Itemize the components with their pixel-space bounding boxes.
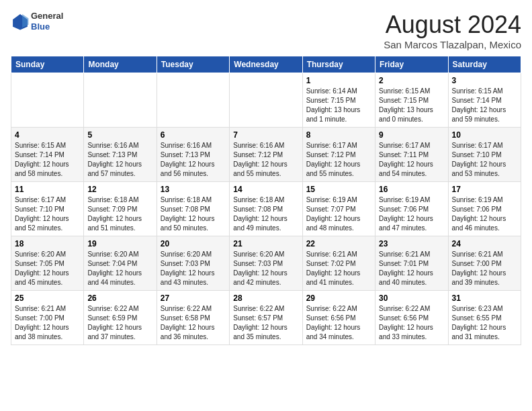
- day-number: 25: [15, 293, 80, 303]
- day-number: 9: [379, 130, 444, 140]
- svg-marker-1: [22, 14, 28, 28]
- calendar-cell: 12Sunrise: 6:18 AMSunset: 7:09 PMDayligh…: [84, 182, 157, 236]
- calendar-cell: 16Sunrise: 6:19 AMSunset: 7:06 PMDayligh…: [375, 182, 448, 236]
- weekday-header-saturday: Saturday: [448, 56, 521, 73]
- day-info: Sunrise: 6:23 AMSunset: 6:55 PMDaylight:…: [452, 304, 517, 342]
- day-info: Sunrise: 6:18 AMSunset: 7:09 PMDaylight:…: [87, 195, 152, 233]
- day-number: 16: [379, 185, 444, 194]
- day-number: 7: [233, 130, 298, 140]
- day-number: 27: [161, 293, 226, 303]
- calendar-cell: 21Sunrise: 6:20 AMSunset: 7:03 PMDayligh…: [230, 236, 302, 291]
- day-number: 19: [87, 239, 152, 248]
- calendar-cell: 13Sunrise: 6:18 AMSunset: 7:08 PMDayligh…: [157, 182, 229, 236]
- day-number: 11: [15, 185, 80, 194]
- day-info: Sunrise: 6:20 AMSunset: 7:05 PMDaylight:…: [15, 250, 80, 287]
- calendar-cell: 22Sunrise: 6:21 AMSunset: 7:02 PMDayligh…: [302, 236, 375, 291]
- day-info: Sunrise: 6:20 AMSunset: 7:03 PMDaylight:…: [161, 250, 226, 287]
- day-number: 6: [161, 130, 226, 140]
- calendar-cell: 7Sunrise: 6:16 AMSunset: 7:12 PMDaylight…: [230, 128, 302, 182]
- day-info: Sunrise: 6:17 AMSunset: 7:11 PMDaylight:…: [379, 141, 444, 179]
- day-info: Sunrise: 6:15 AMSunset: 7:14 PMDaylight:…: [15, 141, 80, 179]
- calendar-cell: 23Sunrise: 6:21 AMSunset: 7:01 PMDayligh…: [375, 236, 448, 291]
- day-number: 18: [15, 239, 80, 248]
- day-number: 31: [452, 293, 517, 303]
- day-info: Sunrise: 6:22 AMSunset: 6:57 PMDaylight:…: [233, 304, 298, 342]
- calendar-cell: 25Sunrise: 6:21 AMSunset: 7:00 PMDayligh…: [11, 291, 84, 345]
- logo: General Blue: [11, 11, 63, 32]
- day-number: 14: [233, 185, 298, 194]
- day-number: 23: [379, 239, 444, 248]
- calendar-cell: 28Sunrise: 6:22 AMSunset: 6:57 PMDayligh…: [230, 291, 302, 345]
- weekday-header-thursday: Thursday: [302, 56, 375, 73]
- logo-icon: [11, 12, 30, 31]
- day-info: Sunrise: 6:20 AMSunset: 7:04 PMDaylight:…: [87, 250, 152, 287]
- day-info: Sunrise: 6:18 AMSunset: 7:08 PMDaylight:…: [161, 195, 226, 233]
- day-number: 30: [379, 293, 444, 303]
- day-info: Sunrise: 6:21 AMSunset: 7:02 PMDaylight:…: [306, 250, 371, 287]
- calendar-table: SundayMondayTuesdayWednesdayThursdayFrid…: [11, 56, 521, 345]
- calendar-cell: 4Sunrise: 6:15 AMSunset: 7:14 PMDaylight…: [11, 128, 84, 182]
- day-number: 12: [87, 185, 152, 194]
- calendar-cell: 9Sunrise: 6:17 AMSunset: 7:11 PMDaylight…: [375, 128, 448, 182]
- calendar-cell: 8Sunrise: 6:17 AMSunset: 7:12 PMDaylight…: [302, 128, 375, 182]
- day-number: 1: [306, 76, 371, 85]
- day-number: 17: [452, 185, 517, 194]
- calendar-week-2: 4Sunrise: 6:15 AMSunset: 7:14 PMDaylight…: [11, 128, 521, 182]
- calendar-cell: 26Sunrise: 6:22 AMSunset: 6:59 PMDayligh…: [84, 291, 157, 345]
- calendar-cell: 17Sunrise: 6:19 AMSunset: 7:06 PMDayligh…: [448, 182, 521, 236]
- calendar-cell: 14Sunrise: 6:18 AMSunset: 7:08 PMDayligh…: [230, 182, 302, 236]
- weekday-row: SundayMondayTuesdayWednesdayThursdayFrid…: [11, 56, 521, 73]
- day-info: Sunrise: 6:21 AMSunset: 7:00 PMDaylight:…: [15, 304, 80, 342]
- day-info: Sunrise: 6:17 AMSunset: 7:10 PMDaylight:…: [15, 195, 80, 233]
- day-info: Sunrise: 6:16 AMSunset: 7:12 PMDaylight:…: [233, 141, 298, 179]
- day-info: Sunrise: 6:16 AMSunset: 7:13 PMDaylight:…: [161, 141, 226, 179]
- weekday-header-wednesday: Wednesday: [230, 56, 302, 73]
- calendar-header: SundayMondayTuesdayWednesdayThursdayFrid…: [11, 56, 521, 73]
- calendar-cell: [84, 73, 157, 128]
- calendar-cell: 10Sunrise: 6:17 AMSunset: 7:10 PMDayligh…: [448, 128, 521, 182]
- calendar-cell: 30Sunrise: 6:22 AMSunset: 6:56 PMDayligh…: [375, 291, 448, 345]
- calendar-cell: [157, 73, 229, 128]
- calendar-cell: 3Sunrise: 6:15 AMSunset: 7:14 PMDaylight…: [448, 73, 521, 128]
- day-number: 8: [306, 130, 371, 140]
- page-header: General Blue August 2024 San Marcos Tlaz…: [11, 11, 521, 50]
- day-number: 13: [161, 185, 226, 194]
- day-number: 24: [452, 239, 517, 248]
- calendar-cell: 31Sunrise: 6:23 AMSunset: 6:55 PMDayligh…: [448, 291, 521, 345]
- calendar-week-4: 18Sunrise: 6:20 AMSunset: 7:05 PMDayligh…: [11, 236, 521, 291]
- day-info: Sunrise: 6:22 AMSunset: 6:56 PMDaylight:…: [379, 304, 444, 342]
- calendar-cell: 2Sunrise: 6:15 AMSunset: 7:15 PMDaylight…: [375, 73, 448, 128]
- day-info: Sunrise: 6:22 AMSunset: 6:58 PMDaylight:…: [161, 304, 226, 342]
- calendar-cell: 5Sunrise: 6:16 AMSunset: 7:13 PMDaylight…: [84, 128, 157, 182]
- calendar-week-5: 25Sunrise: 6:21 AMSunset: 7:00 PMDayligh…: [11, 291, 521, 345]
- calendar-week-3: 11Sunrise: 6:17 AMSunset: 7:10 PMDayligh…: [11, 182, 521, 236]
- subtitle: San Marcos Tlazalpan, Mexico: [384, 39, 521, 50]
- day-number: 22: [306, 239, 371, 248]
- day-info: Sunrise: 6:21 AMSunset: 7:01 PMDaylight:…: [379, 250, 444, 287]
- weekday-header-monday: Monday: [84, 56, 157, 73]
- day-info: Sunrise: 6:15 AMSunset: 7:15 PMDaylight:…: [379, 87, 444, 124]
- calendar-cell: 24Sunrise: 6:21 AMSunset: 7:00 PMDayligh…: [448, 236, 521, 291]
- day-number: 28: [233, 293, 298, 303]
- day-info: Sunrise: 6:19 AMSunset: 7:06 PMDaylight:…: [452, 195, 517, 233]
- calendar-cell: 27Sunrise: 6:22 AMSunset: 6:58 PMDayligh…: [157, 291, 229, 345]
- day-number: 20: [161, 239, 226, 248]
- day-info: Sunrise: 6:14 AMSunset: 7:15 PMDaylight:…: [306, 87, 371, 124]
- calendar-body: 1Sunrise: 6:14 AMSunset: 7:15 PMDaylight…: [11, 73, 521, 345]
- calendar-cell: 20Sunrise: 6:20 AMSunset: 7:03 PMDayligh…: [157, 236, 229, 291]
- day-info: Sunrise: 6:17 AMSunset: 7:10 PMDaylight:…: [452, 141, 517, 179]
- weekday-header-friday: Friday: [375, 56, 448, 73]
- day-info: Sunrise: 6:15 AMSunset: 7:14 PMDaylight:…: [452, 87, 517, 124]
- calendar-cell: 6Sunrise: 6:16 AMSunset: 7:13 PMDaylight…: [157, 128, 229, 182]
- day-number: 21: [233, 239, 298, 248]
- day-number: 4: [15, 130, 80, 140]
- calendar-week-1: 1Sunrise: 6:14 AMSunset: 7:15 PMDaylight…: [11, 73, 521, 128]
- main-title: August 2024: [384, 11, 521, 39]
- day-info: Sunrise: 6:22 AMSunset: 6:59 PMDaylight:…: [87, 304, 152, 342]
- calendar-cell: 11Sunrise: 6:17 AMSunset: 7:10 PMDayligh…: [11, 182, 84, 236]
- day-info: Sunrise: 6:18 AMSunset: 7:08 PMDaylight:…: [233, 195, 298, 233]
- calendar-cell: [230, 73, 302, 128]
- weekday-header-sunday: Sunday: [11, 56, 84, 73]
- calendar-cell: 18Sunrise: 6:20 AMSunset: 7:05 PMDayligh…: [11, 236, 84, 291]
- day-info: Sunrise: 6:19 AMSunset: 7:07 PMDaylight:…: [306, 195, 371, 233]
